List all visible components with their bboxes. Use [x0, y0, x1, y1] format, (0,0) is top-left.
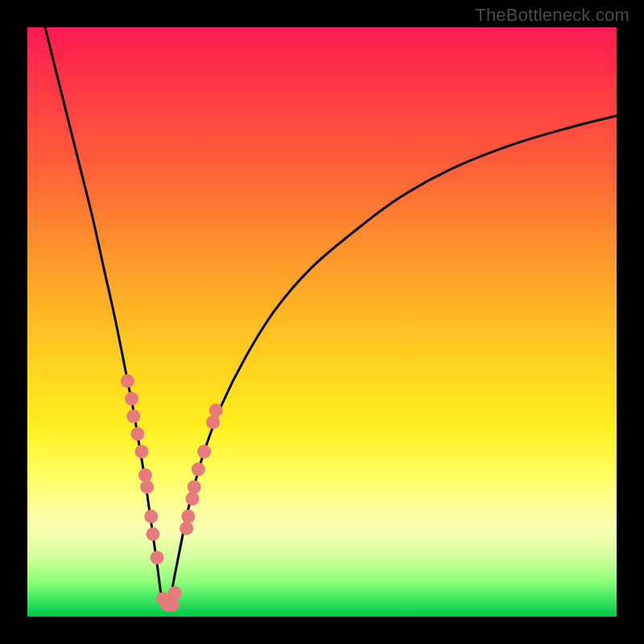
highlight-marker — [197, 445, 211, 459]
highlight-marker — [126, 410, 140, 423]
highlight-marker — [144, 510, 158, 523]
attribution-watermark: TheBottleneck.com — [475, 5, 630, 26]
highlight-marker — [135, 445, 149, 459]
highlight-marker — [140, 480, 154, 493]
highlight-marker — [192, 463, 205, 477]
highlight-marker — [180, 522, 193, 535]
bottleneck-curve — [45, 27, 617, 609]
highlight-marker — [188, 480, 201, 493]
highlight-marker — [121, 374, 134, 388]
highlight-marker — [151, 551, 164, 564]
highlight-marker — [166, 598, 180, 612]
highlight-marker — [209, 403, 223, 417]
chart-root: TheBottleneck.com — [0, 0, 644, 644]
highlight-marker — [138, 469, 152, 482]
highlight-marker — [181, 510, 195, 523]
highlight-marker — [206, 415, 220, 429]
highlight-marker — [168, 586, 182, 600]
highlight-marker — [146, 527, 159, 541]
highlighted-points-group — [121, 374, 223, 612]
curve-overlay — [27, 27, 617, 617]
highlight-marker — [125, 392, 138, 406]
plot-gradient-background — [27, 27, 617, 617]
highlight-marker — [130, 427, 144, 441]
highlight-marker — [185, 492, 199, 506]
